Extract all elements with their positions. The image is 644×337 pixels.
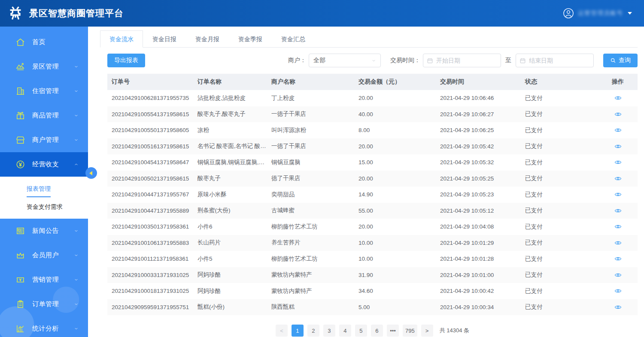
sidebar-item-goods[interactable]: 商品管理 [0,103,88,128]
view-detail-eye-icon[interactable] [614,191,622,198]
app-title: 景区智慧商圈管理平台 [29,7,124,19]
view-detail-eye-icon[interactable] [614,271,622,279]
sidebar-item-news[interactable]: 新闻公告 [0,219,88,243]
cell-status: 已支付 [521,142,598,150]
sidebar-item-lodging[interactable]: 住宿管理 [0,79,88,103]
sidebar-item-member[interactable]: 会员用户 [0,243,88,268]
caret-down-icon [628,12,632,15]
cell-order-no: 202104291003501371958361 [107,223,193,230]
filter-bar: 导出报表 商户： 全部 交易时间： 至 [107,54,638,67]
cell-order-name: 甑糕(小份) [193,303,267,311]
gift-icon [15,111,25,120]
user-avatar-icon [563,8,574,19]
cell-amount: 55.00 [354,208,436,214]
table-row: 202104291004471371955889 荆条蜜(大份) 古城蜂蜜 55… [107,203,638,219]
cell-merchant: 叫叫浑源凉粉 [267,126,354,134]
cell-order-no: 202104291006281371955735 [107,95,193,101]
merchant-select[interactable]: 全部 [309,54,381,67]
crown-icon [15,250,25,260]
submenu-item-fund-pay-need[interactable]: 资金支付需求 [27,203,63,211]
sidebar-item-scenic[interactable]: 景区管理 [0,54,88,79]
view-detail-eye-icon[interactable] [614,175,622,182]
sidebar-item-home[interactable]: 首页 [0,30,88,54]
view-detail-eye-icon[interactable] [614,239,622,247]
search-icon [610,57,616,63]
user-menu[interactable]: 运营管理员账号 [563,8,632,19]
sidebar-item-order[interactable]: 订单管理 [0,292,88,316]
merchant-select-value: 全部 [313,57,325,64]
sidebar-item-finance[interactable]: 经营收支 [0,152,88,177]
cell-time: 2021-04-29 10:01:00 [436,272,521,278]
cell-time: 2021-04-29 10:05:42 [436,143,521,150]
cell-amount: 10.00 [354,240,436,246]
view-detail-eye-icon[interactable] [614,143,622,150]
cell-order-name: 荆条蜜(大份) [193,207,267,214]
view-detail-eye-icon[interactable] [614,159,622,166]
export-report-button[interactable]: 导出报表 [107,54,145,67]
search-button[interactable]: 查询 [603,54,638,67]
tab-fund-flow[interactable]: 资金流水 [100,30,143,48]
cell-status: 已支付 [521,303,598,311]
cell-merchant: 蒙牧坊内蒙特产 [267,271,354,279]
brand: 景区智慧商圈管理平台 [7,5,124,22]
end-date-input[interactable] [529,57,590,64]
tab-fund-summary[interactable]: 资金汇总 [272,30,315,48]
table-row: 202104291004471371955767 原味小米酥 奕萌甜品 14.9… [107,187,638,203]
prev-page-button[interactable]: < [276,325,288,337]
view-detail-eye-icon[interactable] [614,207,622,214]
more-pages-button[interactable]: ••• [387,325,399,337]
submenu-item-report-manage[interactable]: 报表管理 [27,185,51,197]
yen-icon [15,159,25,169]
next-page-button[interactable]: > [421,325,433,337]
cell-order-no: 202104291004541371958647 [107,159,193,165]
sidebar-collapse-handle[interactable] [85,167,97,179]
chevron-down-icon [74,253,79,258]
page-button-4[interactable]: 4 [339,325,351,337]
chevron-down-icon [74,113,79,118]
view-detail-eye-icon[interactable] [614,304,622,311]
cell-status: 已支付 [521,110,598,118]
end-date-field [516,54,594,67]
header-cell: 订单号 [107,78,193,86]
view-detail-eye-icon[interactable] [614,223,622,230]
cell-order-name: 阿妈珍酪 [193,271,267,279]
page-button-795[interactable]: 795 [403,325,417,337]
sidebar: 首页 景区管理 住宿管理 商品管理 商户管理 经营收支 报表管理资金支付需求 新… [0,27,88,337]
cell-order-name: 小件6 [193,223,267,231]
view-detail-eye-icon[interactable] [614,255,622,262]
cell-status: 已支付 [521,207,598,214]
page-button-1[interactable]: 1 [292,325,304,337]
chevron-down-icon [74,138,79,142]
sidebar-item-merchant[interactable]: 商户管理 [0,128,88,152]
ticket-icon [15,275,25,285]
home-icon [15,37,25,47]
page-shell: 首页 景区管理 住宿管理 商品管理 商户管理 经营收支 报表管理资金支付需求 新… [0,27,644,337]
main-content: 资金流水资金日报资金月报资金季报资金汇总 导出报表 商户： 全部 交易时间： [88,27,644,337]
collapse-left-icon [89,171,92,175]
view-detail-eye-icon[interactable] [614,126,622,134]
scenic-icon [15,62,25,72]
tab-fund-monthly[interactable]: 资金月报 [186,30,229,48]
cell-merchant: 古城蜂蜜 [267,207,354,214]
cell-time: 2021-04-29 10:05:25 [436,175,521,182]
start-date-input[interactable] [436,57,497,64]
view-detail-eye-icon[interactable] [614,111,622,118]
header-cell: 订单名称 [193,78,267,86]
cell-order-name: 阿妈珍酪 [193,287,267,295]
page-button-5[interactable]: 5 [355,325,367,337]
tab-fund-daily[interactable]: 资金日报 [143,30,186,48]
sidebar-item-stats[interactable]: 统计分析 [0,316,88,337]
view-detail-eye-icon[interactable] [614,287,622,295]
page-button-6[interactable]: 6 [371,325,383,337]
tab-fund-quarterly[interactable]: 资金季报 [229,30,272,48]
page-button-2[interactable]: 2 [307,325,319,337]
cell-time: 2021-04-29 10:05:23 [436,191,521,198]
cell-status: 已支付 [521,239,598,247]
cell-time: 2021-04-29 10:05:32 [436,159,521,165]
sidebar-item-marketing[interactable]: 营销管理 [0,268,88,292]
cell-time: 2021-04-29 10:06:46 [436,95,521,101]
view-detail-eye-icon[interactable] [614,94,622,102]
cell-order-no: 202104291000331371931025 [107,272,193,278]
page-button-3[interactable]: 3 [323,325,335,337]
chevron-down-icon [74,229,79,233]
